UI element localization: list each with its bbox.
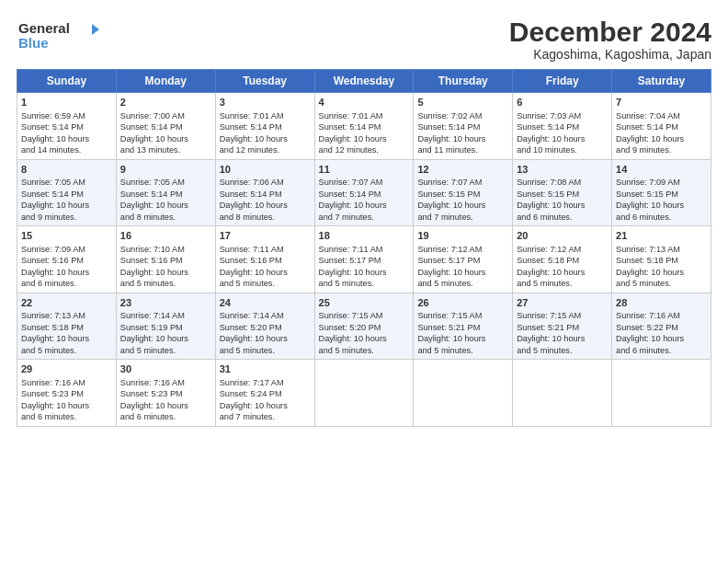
day-info-line: Sunset: 5:16 PM [220, 255, 311, 266]
day-info-line: Daylight: 10 hours [517, 200, 608, 211]
day-number: 13 [517, 163, 608, 177]
calendar-cell: 20Sunrise: 7:12 AMSunset: 5:18 PMDayligh… [513, 226, 612, 293]
day-info-line: Sunrise: 7:02 AM [417, 110, 508, 121]
day-number: 14 [616, 163, 707, 177]
day-info-line: Daylight: 10 hours [120, 400, 211, 411]
day-info-line: Sunset: 5:18 PM [21, 322, 112, 333]
calendar-cell: 15Sunrise: 7:09 AMSunset: 5:16 PMDayligh… [17, 226, 117, 293]
day-info-line: Sunrise: 7:01 AM [319, 110, 410, 121]
calendar-cell: 2Sunrise: 7:00 AMSunset: 5:14 PMDaylight… [116, 93, 215, 160]
calendar-table: SundayMondayTuesdayWednesdayThursdayFrid… [17, 69, 711, 427]
day-info-line: Sunset: 5:14 PM [120, 121, 211, 132]
day-info-line: Daylight: 10 hours [417, 200, 508, 211]
calendar-cell: 31Sunrise: 7:17 AMSunset: 5:24 PMDayligh… [215, 360, 314, 427]
day-info-line: and 9 minutes. [21, 212, 112, 223]
day-info-line: Sunrise: 7:15 AM [319, 310, 410, 321]
day-info-line: Sunset: 5:14 PM [517, 121, 608, 132]
calendar-cell: 30Sunrise: 7:16 AMSunset: 5:23 PMDayligh… [116, 360, 215, 427]
day-info-line: Sunrise: 7:12 AM [517, 244, 608, 255]
calendar-week-3: 15Sunrise: 7:09 AMSunset: 5:16 PMDayligh… [17, 226, 711, 293]
day-number: 30 [120, 362, 211, 376]
calendar-cell: 1Sunrise: 6:59 AMSunset: 5:14 PMDaylight… [17, 93, 117, 160]
day-number: 27 [517, 296, 608, 310]
day-number: 26 [417, 296, 508, 310]
day-number: 11 [319, 163, 410, 177]
day-info-line: Sunset: 5:16 PM [120, 255, 211, 266]
day-info-line: Daylight: 10 hours [319, 200, 410, 211]
day-number: 10 [220, 163, 311, 177]
day-number: 18 [319, 229, 410, 243]
weekday-header-row: SundayMondayTuesdayWednesdayThursdayFrid… [17, 70, 711, 93]
day-info-line: Daylight: 10 hours [517, 333, 608, 344]
day-number: 17 [220, 229, 311, 243]
day-info-line: and 7 minutes. [319, 212, 410, 223]
day-info-line: Daylight: 10 hours [616, 200, 707, 211]
day-info-line: Sunset: 5:19 PM [120, 322, 211, 333]
day-info-line: and 9 minutes. [616, 144, 707, 155]
day-info-line: Daylight: 10 hours [417, 267, 508, 278]
day-info-line: Sunset: 5:14 PM [220, 121, 311, 132]
day-info-line: Sunrise: 7:01 AM [220, 110, 311, 121]
calendar-cell: 18Sunrise: 7:11 AMSunset: 5:17 PMDayligh… [314, 226, 414, 293]
day-info-line: Daylight: 10 hours [616, 133, 707, 144]
day-number: 29 [21, 362, 112, 376]
logo-svg: General Blue [17, 17, 99, 53]
day-info-line: Daylight: 10 hours [616, 267, 707, 278]
calendar-cell: 9Sunrise: 7:05 AMSunset: 5:14 PMDaylight… [116, 159, 215, 226]
day-info-line: Sunset: 5:23 PM [21, 388, 112, 399]
day-info-line: and 11 minutes. [417, 144, 508, 155]
day-number: 25 [319, 296, 410, 310]
day-info-line: Daylight: 10 hours [517, 133, 608, 144]
day-info-line: and 7 minutes. [417, 212, 508, 223]
day-info-line: and 6 minutes. [120, 411, 211, 422]
day-info-line: and 6 minutes. [21, 278, 112, 289]
calendar-cell: 6Sunrise: 7:03 AMSunset: 5:14 PMDaylight… [513, 93, 612, 160]
calendar-cell: 22Sunrise: 7:13 AMSunset: 5:18 PMDayligh… [17, 293, 117, 360]
day-info-line: Sunrise: 7:07 AM [417, 177, 508, 188]
day-number: 5 [417, 96, 508, 109]
day-info-line: Daylight: 10 hours [220, 400, 311, 411]
day-info-line: Daylight: 10 hours [21, 400, 112, 411]
day-number: 21 [616, 229, 707, 243]
day-info-line: Sunset: 5:22 PM [616, 322, 707, 333]
svg-text:General: General [18, 20, 70, 36]
day-info-line: Sunrise: 7:05 AM [21, 177, 112, 188]
weekday-header-thursday: Thursday [414, 70, 513, 93]
day-info-line: Daylight: 10 hours [319, 267, 410, 278]
calendar-subtitle: Kagoshima, Kagoshima, Japan [509, 47, 711, 62]
day-info-line: Sunrise: 7:13 AM [21, 310, 112, 321]
calendar-cell: 14Sunrise: 7:09 AMSunset: 5:15 PMDayligh… [612, 159, 711, 226]
day-number: 15 [21, 229, 112, 243]
day-info-line: Sunrise: 7:15 AM [417, 310, 508, 321]
calendar-cell: 7Sunrise: 7:04 AMSunset: 5:14 PMDaylight… [612, 93, 711, 160]
day-number: 22 [21, 296, 112, 310]
day-info-line: Daylight: 10 hours [220, 200, 311, 211]
calendar-cell [612, 360, 711, 427]
day-info-line: and 5 minutes. [120, 345, 211, 356]
day-info-line: and 5 minutes. [120, 278, 211, 289]
day-info-line: Sunset: 5:15 PM [417, 189, 508, 200]
logo: General Blue [17, 17, 99, 53]
calendar-week-2: 8Sunrise: 7:05 AMSunset: 5:14 PMDaylight… [17, 159, 711, 226]
day-info-line: Daylight: 10 hours [220, 333, 311, 344]
day-info-line: Sunset: 5:14 PM [616, 121, 707, 132]
calendar-cell: 5Sunrise: 7:02 AMSunset: 5:14 PMDaylight… [414, 93, 513, 160]
calendar-cell: 23Sunrise: 7:14 AMSunset: 5:19 PMDayligh… [116, 293, 215, 360]
day-info-line: and 8 minutes. [220, 212, 311, 223]
day-info-line: Sunset: 5:21 PM [417, 322, 508, 333]
day-info-line: and 8 minutes. [120, 212, 211, 223]
day-info-line: Sunset: 5:14 PM [120, 189, 211, 200]
day-info-line: and 5 minutes. [517, 345, 608, 356]
day-number: 20 [517, 229, 608, 243]
day-info-line: Sunrise: 7:09 AM [21, 244, 112, 255]
day-info-line: Sunrise: 7:11 AM [319, 244, 410, 255]
day-info-line: Sunset: 5:14 PM [220, 189, 311, 200]
calendar-cell: 4Sunrise: 7:01 AMSunset: 5:14 PMDaylight… [314, 93, 414, 160]
day-info-line: Sunrise: 7:16 AM [120, 377, 211, 388]
day-info-line: Sunset: 5:14 PM [21, 189, 112, 200]
day-info-line: Daylight: 10 hours [120, 267, 211, 278]
calendar-cell: 10Sunrise: 7:06 AMSunset: 5:14 PMDayligh… [215, 159, 314, 226]
day-info-line: Daylight: 10 hours [120, 200, 211, 211]
day-info-line: Daylight: 10 hours [616, 333, 707, 344]
day-info-line: and 5 minutes. [319, 345, 410, 356]
